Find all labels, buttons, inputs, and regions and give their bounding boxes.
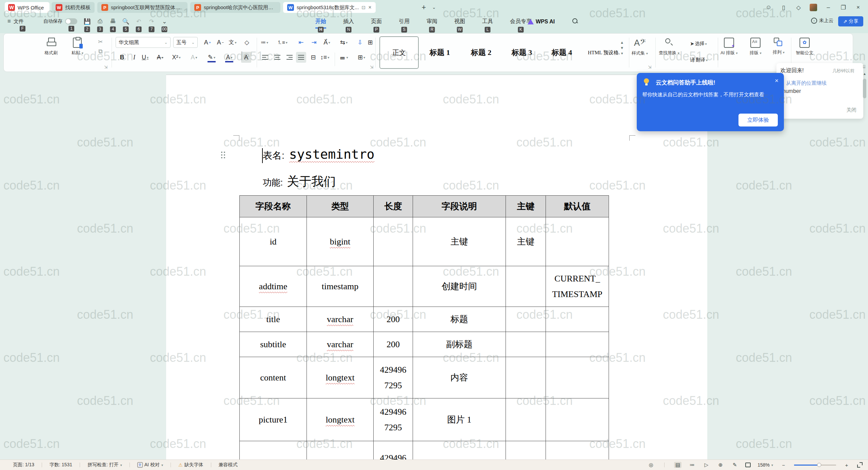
table-cell-desc[interactable]: 标题 xyxy=(413,307,506,332)
undo-icon[interactable]: ↶6 xyxy=(135,18,142,25)
layout-button[interactable]: A≡ 排版 ▾ xyxy=(750,38,762,56)
style-gallery-item[interactable]: 标题 2 xyxy=(461,36,501,69)
ai-proofread[interactable]: 文 AI 校对▾ xyxy=(137,462,163,468)
table-header-cell[interactable]: 长度 xyxy=(374,196,413,217)
align-center-button[interactable] xyxy=(272,52,282,63)
table-cell-name[interactable]: title xyxy=(240,307,307,332)
numbered-list-button[interactable]: ⒈≡▾ xyxy=(277,37,288,48)
table-cell-def[interactable]: CURRENT_ TIMESTAMP xyxy=(546,266,609,307)
table-cell-type[interactable]: longtext xyxy=(307,398,374,441)
table-cell-desc[interactable]: 副标题 xyxy=(413,332,506,357)
table-cell-def[interactable] xyxy=(546,307,609,332)
font-size-select[interactable]: 五号 ⌄ xyxy=(173,37,198,48)
paste-button[interactable]: 粘贴 ▾ xyxy=(72,38,83,56)
missing-font-warning[interactable]: ⚠ 缺失字体 xyxy=(178,462,203,468)
style-gallery-item[interactable]: 标题 4 xyxy=(542,36,581,69)
table-cell-pk[interactable]: 主键 xyxy=(506,217,546,266)
try-now-button[interactable]: 立即体验 xyxy=(738,114,778,126)
autosave-toggle[interactable] xyxy=(65,18,77,24)
table-cell-pk[interactable] xyxy=(506,357,546,398)
theme-icon[interactable]: ◇ xyxy=(795,4,802,11)
show-marks-icon[interactable]: ⊞ xyxy=(365,37,375,48)
increase-indent-icon[interactable]: ⇥ xyxy=(309,37,319,48)
zoom-in-icon[interactable]: + xyxy=(843,462,850,468)
new-tab-button[interactable]: + xyxy=(419,3,429,12)
table-header-cell[interactable]: 类型 xyxy=(307,196,374,217)
table-header-cell[interactable]: 字段说明 xyxy=(413,196,506,217)
shading-button[interactable]: 🝙▾ xyxy=(339,52,349,63)
find-replace-button[interactable]: 查找替换 ▾ xyxy=(659,38,679,56)
borders-button[interactable]: ⊞▾ xyxy=(356,52,367,63)
popup-close-icon[interactable]: × xyxy=(775,77,778,84)
table-cell-type[interactable]: bigint xyxy=(307,217,374,266)
vertical-scrollbar[interactable]: ⍓ ▲ xyxy=(862,63,867,456)
table-cell-desc[interactable]: 图片 1 xyxy=(413,398,506,441)
table-cell-name[interactable]: picture1 xyxy=(240,398,307,441)
wps-ai-button[interactable]: WPS AI xyxy=(528,17,555,26)
strikethrough-button[interactable]: A▾ xyxy=(155,52,165,63)
output-icon[interactable]: ⎙3 xyxy=(96,18,104,25)
table-cell-pk[interactable] xyxy=(506,266,546,307)
format-painter-button[interactable]: 格式刷 xyxy=(44,38,58,56)
edit-mode-icon[interactable]: ✎ xyxy=(731,462,738,468)
gallery-scroll[interactable]: ▲ ▼ ▾ xyxy=(620,40,624,56)
screen-share-icon[interactable]: ⊡ xyxy=(361,5,366,10)
sort-icon[interactable]: ⇩ xyxy=(355,37,365,48)
assistant-icon[interactable]: ☺ xyxy=(765,4,772,11)
bullet-list-button[interactable]: ≔▾ xyxy=(259,37,270,48)
page-indicator[interactable]: 页面: 1/13 xyxy=(13,462,34,468)
justify-button[interactable] xyxy=(296,52,306,63)
translate-button[interactable]: 译 翻译▾ xyxy=(690,55,708,65)
table-cell-pk[interactable] xyxy=(506,398,546,441)
ribbon-tab[interactable]: 审阅R xyxy=(426,17,438,26)
table-cell-len[interactable]: 4294967295 xyxy=(374,441,413,460)
table-cell-desc[interactable]: 图片 2 xyxy=(413,441,506,460)
zoom-out-icon[interactable]: − xyxy=(780,462,787,468)
group-expander-icon[interactable]: ⇲ xyxy=(104,65,107,70)
bold-button[interactable]: B xyxy=(117,52,127,63)
file-menu[interactable]: ≡ 文件 F xyxy=(7,15,24,28)
search-icon[interactable] xyxy=(572,18,578,24)
print-preview-icon[interactable]: 🔍5 xyxy=(122,18,130,25)
distribute-button[interactable]: ⊟ xyxy=(308,52,318,63)
table-cell-name[interactable]: content xyxy=(240,357,307,398)
table-header-cell[interactable]: 字段名称 xyxy=(240,196,307,217)
table-cell-len[interactable] xyxy=(374,266,413,307)
table-cell-type[interactable]: varchar xyxy=(307,332,374,357)
welcome-close-button[interactable]: 关闭 xyxy=(846,107,856,113)
table-cell-name[interactable]: picture2 xyxy=(240,441,307,460)
style-gallery-item[interactable]: HTML 预设格. xyxy=(582,36,626,69)
style-gallery-item[interactable]: 标题 3 xyxy=(502,36,541,69)
avatar[interactable] xyxy=(810,4,817,11)
drag-handle-icon[interactable] xyxy=(221,152,226,160)
save-icon[interactable]: 💾2 xyxy=(83,18,91,25)
spellcheck-status[interactable]: 拼写检查: 打开▾ xyxy=(87,462,122,468)
tab-close-icon[interactable]: × xyxy=(368,4,371,11)
scrollbar-thumb[interactable] xyxy=(863,79,866,98)
zoom-level[interactable]: 158%▾ xyxy=(757,462,773,468)
table-cell-desc[interactable]: 主键 xyxy=(413,217,506,266)
table-cell-desc[interactable]: 内容 xyxy=(413,357,506,398)
focus-mode-icon[interactable]: ◎ xyxy=(647,462,655,468)
function-line[interactable]: 功能: 关于我们 xyxy=(263,173,336,190)
read-mode-icon[interactable]: ▷ xyxy=(703,462,710,468)
table-cell-len[interactable]: 4294967295 xyxy=(374,357,413,398)
mobile-icon[interactable]: ▯ xyxy=(780,4,787,11)
table-cell-name[interactable]: subtitle xyxy=(240,332,307,357)
table-cell-len[interactable]: 200 xyxy=(374,307,413,332)
ribbon-tab[interactable]: 视图W xyxy=(454,17,466,26)
table-cell-type[interactable]: timestamp xyxy=(307,266,374,307)
text-effects-button[interactable]: A▾ xyxy=(189,52,199,63)
table-cell-def[interactable] xyxy=(546,332,609,357)
ribbon-tab[interactable]: 页面P xyxy=(370,17,382,26)
document-page[interactable]: 表名: systemintro 功能: 关于我们 字段名称类型长度字段说明主键默… xyxy=(166,75,707,459)
minimize-button[interactable]: – xyxy=(825,4,832,11)
table-cell-len[interactable]: 4294967295 xyxy=(374,398,413,441)
smart-doc-button[interactable]: ✿ 智能公文 xyxy=(796,38,813,56)
table-header-cell[interactable]: 默认值 xyxy=(546,196,609,217)
word-count[interactable]: 字数: 1531 xyxy=(50,462,72,468)
table-header-cell[interactable]: 主键 xyxy=(506,196,546,217)
web-view-icon[interactable]: ⊕ xyxy=(717,462,724,468)
underline-button[interactable]: U▾ xyxy=(140,52,150,63)
font-name-select[interactable]: 华文细黑 ⌄ xyxy=(116,37,171,48)
